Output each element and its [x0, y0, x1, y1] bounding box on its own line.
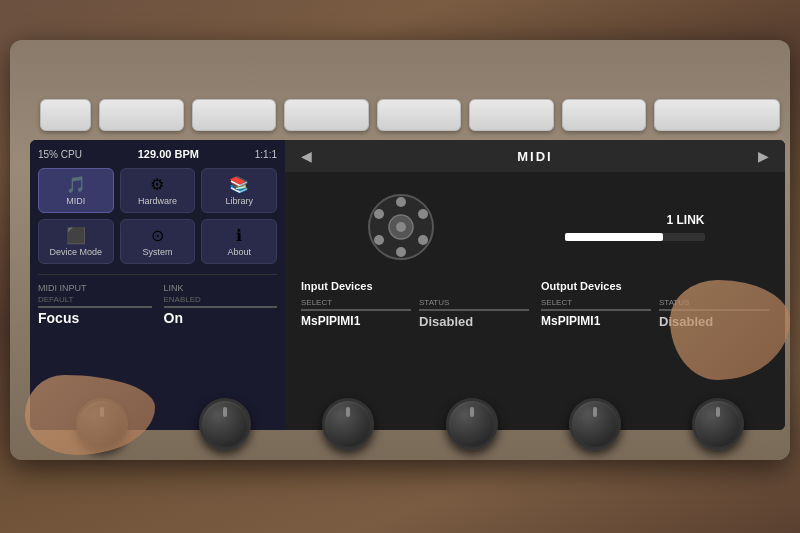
bottom-info: MIDI Input DEFAULT Focus Link ENABLED On	[38, 274, 277, 326]
prev-arrow-icon[interactable]: ◀	[301, 148, 312, 164]
midi-input-group: MIDI Input DEFAULT Focus	[38, 283, 152, 326]
svg-point-4	[418, 209, 428, 219]
midi-wheel-icon	[366, 192, 436, 262]
link-count-label: 1 LINK	[565, 213, 705, 227]
svg-point-7	[374, 235, 384, 245]
library-icon: 📚	[206, 175, 272, 194]
device-body: 15% CPU 129.00 BPM 1:1:1 🎵 MIDI ⚙ Hardwa…	[10, 40, 790, 460]
menu-item-midi[interactable]: 🎵 MIDI	[38, 168, 114, 213]
input-select-label: SELECT	[301, 298, 411, 307]
svg-point-5	[418, 235, 428, 245]
top-button-1[interactable]	[40, 99, 91, 131]
top-buttons-row	[40, 95, 780, 135]
library-menu-label: Library	[206, 196, 272, 206]
midi-input-sub: DEFAULT	[38, 295, 152, 304]
hardware-menu-label: Hardware	[125, 196, 191, 206]
menu-grid: 🎵 MIDI ⚙ Hardware 📚 Library ⬛ Device Mod…	[38, 168, 277, 264]
bpm-label: 129.00 BPM	[138, 148, 199, 160]
knob-2[interactable]	[199, 398, 251, 450]
midi-icon: 🎵	[43, 175, 109, 194]
midi-input-title: MIDI Input	[38, 283, 152, 293]
midi-icon-area	[366, 192, 436, 262]
menu-item-library[interactable]: 📚 Library	[201, 168, 277, 213]
knob-3[interactable]	[322, 398, 374, 450]
knob-6[interactable]	[692, 398, 744, 450]
input-devices-group: Input Devices SELECT MsPIPIMI1 STATUS Di…	[301, 280, 529, 329]
output-select-value[interactable]: MsPIPIMI1	[541, 309, 651, 328]
output-select-field: SELECT MsPIPIMI1	[541, 298, 651, 329]
status-bar: 15% CPU 129.00 BPM 1:1:1	[38, 148, 277, 160]
input-select-field: SELECT MsPIPIMI1	[301, 298, 411, 329]
input-device-fields: SELECT MsPIPIMI1 STATUS Disabled	[301, 298, 529, 329]
svg-point-2	[396, 222, 406, 232]
link-title: Link	[164, 283, 278, 293]
top-button-3[interactable]	[192, 99, 276, 131]
link-group: Link ENABLED On	[164, 283, 278, 326]
knob-4[interactable]	[446, 398, 498, 450]
link-status-area: 1 LINK	[565, 213, 705, 241]
top-button-6[interactable]	[469, 99, 553, 131]
section-title: MIDI	[324, 149, 746, 164]
link-bar-fill	[565, 233, 663, 241]
svg-point-8	[374, 209, 384, 219]
svg-point-3	[396, 197, 406, 207]
top-button-2[interactable]	[99, 99, 183, 131]
top-button-5[interactable]	[377, 99, 461, 131]
next-arrow-icon[interactable]: ▶	[758, 148, 769, 164]
link-sub: ENABLED	[164, 295, 278, 304]
screen-area: 15% CPU 129.00 BPM 1:1:1 🎵 MIDI ⚙ Hardwa…	[30, 140, 785, 430]
top-button-8[interactable]	[654, 99, 780, 131]
menu-item-system[interactable]: ⊙ System	[120, 219, 196, 264]
input-status-value[interactable]: Disabled	[419, 309, 529, 329]
input-select-value[interactable]: MsPIPIMI1	[301, 309, 411, 328]
midi-menu-label: MIDI	[43, 196, 109, 206]
position-label: 1:1:1	[255, 149, 277, 160]
midi-input-value: Focus	[38, 306, 152, 326]
menu-item-hardware[interactable]: ⚙ Hardware	[120, 168, 196, 213]
menu-item-about[interactable]: ℹ About	[201, 219, 277, 264]
cpu-label: 15% CPU	[38, 149, 82, 160]
output-select-label: SELECT	[541, 298, 651, 307]
system-menu-label: System	[125, 247, 191, 257]
knob-5[interactable]	[569, 398, 621, 450]
about-menu-label: About	[206, 247, 272, 257]
input-status-label: STATUS	[419, 298, 529, 307]
midi-header: ◀ MIDI ▶	[285, 140, 785, 172]
menu-item-device-mode[interactable]: ⬛ Device Mode	[38, 219, 114, 264]
hardware-icon: ⚙	[125, 175, 191, 194]
link-bar-container	[565, 233, 705, 241]
input-status-field: STATUS Disabled	[419, 298, 529, 329]
system-icon: ⊙	[125, 226, 191, 245]
midi-body: 1 LINK	[285, 172, 785, 272]
device-mode-menu-label: Device Mode	[43, 247, 109, 257]
top-button-4[interactable]	[284, 99, 368, 131]
link-value: On	[164, 306, 278, 326]
about-icon: ℹ	[206, 226, 272, 245]
input-devices-title: Input Devices	[301, 280, 529, 292]
top-button-7[interactable]	[562, 99, 646, 131]
svg-point-6	[396, 247, 406, 257]
device-mode-icon: ⬛	[43, 226, 109, 245]
